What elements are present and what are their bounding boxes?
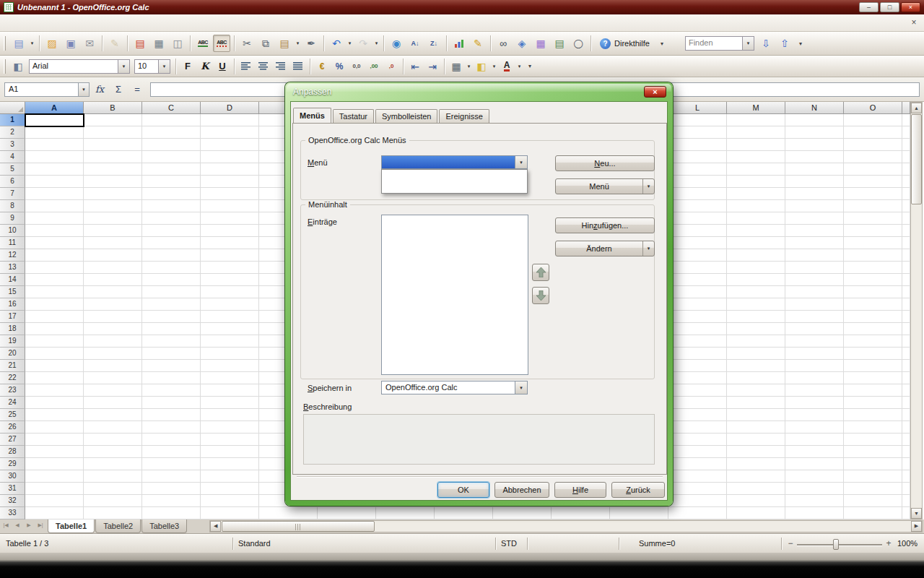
cell-L10[interactable]	[668, 225, 727, 237]
cell-O12[interactable]	[844, 249, 902, 262]
cell-M24[interactable]	[727, 397, 785, 409]
row-header-31[interactable]: 31	[0, 483, 25, 495]
align-justify-button[interactable]	[290, 59, 306, 74]
cell-J33[interactable]	[552, 507, 610, 519]
standard-format-button[interactable]: 0,0	[349, 59, 365, 74]
cell-C22[interactable]	[142, 372, 201, 384]
cell-M18[interactable]	[727, 323, 785, 335]
cell-A26[interactable]	[25, 421, 84, 434]
font-name-combo-dropdown-icon[interactable]: ▼	[118, 60, 129, 73]
draw-functions-button[interactable]: ✎	[469, 35, 487, 52]
cell-C18[interactable]	[142, 323, 201, 335]
last-sheet-button[interactable]: ▶|	[35, 522, 46, 528]
cell-D30[interactable]	[201, 470, 259, 483]
cell-B10[interactable]	[84, 225, 142, 237]
cell-M30[interactable]	[727, 470, 785, 483]
vertical-scrollbar[interactable]: ▲ ▼	[910, 102, 923, 519]
cell-C3[interactable]	[142, 139, 201, 151]
cell-A5[interactable]	[25, 163, 84, 176]
cell-O4[interactable]	[844, 151, 902, 163]
cell-M7[interactable]	[727, 188, 785, 200]
cell-A25[interactable]	[25, 409, 84, 421]
cell-B31[interactable]	[84, 483, 142, 495]
cell-L5[interactable]	[668, 163, 727, 176]
column-header-N[interactable]: N	[785, 102, 844, 114]
cell-L17[interactable]	[668, 311, 727, 323]
cell-D14[interactable]	[201, 274, 259, 286]
cell-O23[interactable]	[844, 384, 902, 397]
cell-C2[interactable]	[142, 126, 201, 139]
cell-H33[interactable]	[435, 507, 493, 519]
cell-O27[interactable]	[844, 434, 902, 446]
cell-C24[interactable]	[142, 397, 201, 409]
cell-L14[interactable]	[668, 274, 727, 286]
cell-B8[interactable]	[84, 200, 142, 212]
cell-C9[interactable]	[142, 212, 201, 225]
cell-M21[interactable]	[727, 360, 785, 372]
cell-M31[interactable]	[727, 483, 785, 495]
column-header-D[interactable]: D	[201, 102, 259, 114]
cell-D9[interactable]	[201, 212, 259, 225]
cell-N18[interactable]	[785, 323, 844, 335]
cell-N26[interactable]	[785, 421, 844, 434]
cell-L1[interactable]	[668, 114, 727, 126]
cell-M5[interactable]	[727, 163, 785, 176]
cell-C17[interactable]	[142, 311, 201, 323]
page-style[interactable]: Standard	[238, 539, 271, 548]
cell-N19[interactable]	[785, 335, 844, 348]
sheet-tab-tabelle2[interactable]: Tabelle2	[95, 519, 141, 533]
cell-L20[interactable]	[668, 348, 727, 360]
cell-N28[interactable]	[785, 446, 844, 458]
cell-F33[interactable]	[318, 507, 376, 519]
document-as-email-button[interactable]: ✉	[81, 35, 98, 52]
cell-N33[interactable]	[785, 507, 844, 519]
cell-O26[interactable]	[844, 421, 902, 434]
font-size-combo-dropdown-icon[interactable]: ▼	[158, 60, 170, 73]
cell-M27[interactable]	[727, 434, 785, 446]
cell-D29[interactable]	[201, 458, 259, 470]
cell-A11[interactable]	[25, 237, 84, 249]
name-box-dropdown-icon[interactable]: ▼	[78, 83, 89, 96]
cell-N4[interactable]	[785, 151, 844, 163]
cell-C13[interactable]	[142, 262, 201, 274]
cell-I33[interactable]	[493, 507, 552, 519]
cell-C12[interactable]	[142, 249, 201, 262]
cell-L25[interactable]	[668, 409, 727, 421]
open-document-button[interactable]: ▨	[43, 35, 61, 52]
cell-D25[interactable]	[201, 409, 259, 421]
cell-M20[interactable]	[727, 348, 785, 360]
cell-M6[interactable]	[727, 176, 785, 188]
cell-O24[interactable]	[844, 397, 902, 409]
sheet-tab-tabelle1[interactable]: Tabelle1	[48, 519, 95, 533]
row-header-33[interactable]: 33	[0, 507, 25, 519]
modify-button[interactable]: Ändern ▾	[555, 241, 655, 256]
zoom-level[interactable]: 100%	[897, 539, 918, 548]
cell-O19[interactable]	[844, 335, 902, 348]
cell-B11[interactable]	[84, 237, 142, 249]
cell-C27[interactable]	[142, 434, 201, 446]
cell-L8[interactable]	[668, 200, 727, 212]
cell-E33[interactable]	[259, 507, 318, 519]
copy-button[interactable]: ⧉	[257, 35, 274, 52]
row-header-3[interactable]: 3	[0, 139, 25, 151]
cell-B15[interactable]	[84, 286, 142, 298]
cell-L19[interactable]	[668, 335, 727, 348]
column-header-O[interactable]: O	[844, 102, 902, 114]
cell-L33[interactable]	[668, 507, 727, 519]
cell-M1[interactable]	[727, 114, 785, 126]
cell-B21[interactable]	[84, 360, 142, 372]
row-header-1[interactable]: 1	[0, 114, 25, 126]
cell-M26[interactable]	[727, 421, 785, 434]
row-header-14[interactable]: 14	[0, 274, 25, 286]
cell-M14[interactable]	[727, 274, 785, 286]
print-button[interactable]: ▦	[150, 35, 167, 52]
cell-M3[interactable]	[727, 139, 785, 151]
cell-O29[interactable]	[844, 458, 902, 470]
row-header-30[interactable]: 30	[0, 470, 25, 483]
dialog-tab-menüs[interactable]: Menüs	[293, 108, 331, 123]
cell-O17[interactable]	[844, 311, 902, 323]
close-button[interactable]: ×	[901, 2, 920, 12]
cell-A3[interactable]	[25, 139, 84, 151]
selection-mode[interactable]: STD	[501, 539, 517, 548]
cell-L22[interactable]	[668, 372, 727, 384]
